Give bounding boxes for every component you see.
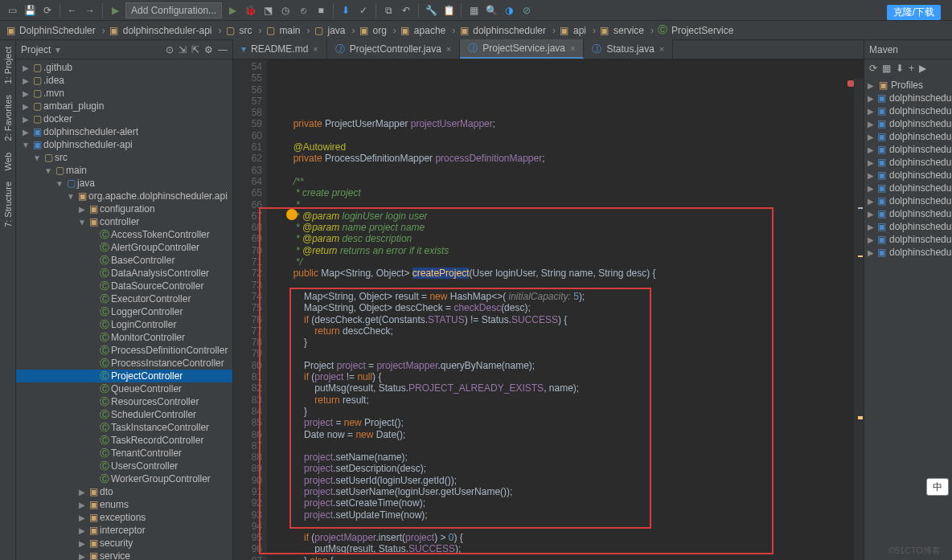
tree-node[interactable]: ⒸUsersController [16, 460, 232, 472]
editor-tab[interactable]: ▾README.md× [233, 39, 327, 59]
breadcrumb-item[interactable]: ▢main [265, 25, 310, 36]
code-line[interactable]: project.setUpdateTime(now); [272, 509, 864, 521]
maven-module[interactable]: ▶▣dolphinscheduler- [864, 220, 952, 233]
tree-node[interactable]: ▶▣security [16, 537, 232, 550]
upload-badge[interactable]: 克隆/下载 [887, 5, 941, 20]
select-opened-icon[interactable]: ⊙ [166, 44, 174, 55]
tree-node[interactable]: ⒸSchedulerController [16, 408, 232, 421]
project-structure-icon[interactable]: ▦ [466, 3, 481, 18]
tree-node[interactable]: ▶▢.idea [16, 74, 232, 87]
git-commit-icon[interactable]: ✓ [356, 3, 371, 18]
code-line[interactable]: project = new Project(); [272, 417, 864, 428]
project-tree[interactable]: ▶▢.github▶▢.idea▶▢.mvn▶▢ambari_plugin▶▢d… [16, 59, 232, 560]
maven-generate-icon[interactable]: ▦ [882, 63, 891, 74]
code-line[interactable] [272, 280, 864, 291]
code-line[interactable] [272, 521, 864, 532]
code-line[interactable] [272, 130, 864, 141]
maven-module[interactable]: ▶▣dolphinscheduler- [864, 246, 952, 259]
open-icon[interactable]: ▭ [5, 3, 19, 18]
tree-node[interactable]: ⒸDataSourceController [16, 280, 232, 292]
maven-module[interactable]: ▶▣dolphinscheduler- [864, 169, 952, 182]
tree-node[interactable]: ▼▢main [16, 164, 232, 177]
maven-download-icon[interactable]: ⬇ [896, 63, 904, 74]
tree-node[interactable]: ▶▣configuration [16, 202, 232, 215]
code-line[interactable]: Project project = projectMapper.queryByN… [272, 360, 864, 371]
code-line[interactable]: * [272, 199, 864, 211]
code-line[interactable]: public Map<String, Object> createProject… [272, 268, 864, 279]
tree-node[interactable]: ⒸResourcesController [16, 395, 232, 408]
history-icon[interactable]: ⧉ [381, 3, 396, 18]
tree-node[interactable]: ▼▢src [16, 151, 232, 164]
tool-tab[interactable]: 7: Structure [2, 177, 14, 232]
code-line[interactable]: * @param loginUser login user [272, 211, 864, 222]
tree-node[interactable]: ⒸTenantController [16, 447, 232, 460]
code-line[interactable]: * @param desc description [272, 233, 864, 244]
close-icon[interactable]: × [570, 43, 575, 53]
code-line[interactable]: } else { [272, 555, 864, 560]
tree-node[interactable]: ▶▢.github [16, 61, 232, 74]
tree-node[interactable]: ▶▣exceptions [16, 511, 232, 524]
tree-node[interactable]: ⒸExecutorController [16, 292, 232, 305]
breadcrumb-item[interactable]: ▣org [359, 25, 396, 36]
code-area[interactable]: private ProjectUserMapper projectUserMap… [267, 59, 864, 560]
search-icon[interactable]: 🔍 [484, 3, 499, 18]
editor-tab[interactable]: ⒿStatus.java× [584, 39, 673, 59]
code-line[interactable]: /** [272, 176, 864, 187]
code-line[interactable]: * @param name project name [272, 222, 864, 233]
code-line[interactable]: private ProcessDefinitionMapper processD… [272, 153, 864, 164]
tree-node[interactable]: ⒸTaskRecordController [16, 434, 232, 447]
code-line[interactable]: @Autowired [272, 141, 864, 153]
wrench-icon[interactable]: 🔧 [424, 3, 438, 18]
enso-icon[interactable]: ◑ [502, 3, 516, 18]
maven-module[interactable]: ▶▣dolphinscheduler- [864, 117, 952, 130]
tree-node[interactable]: ▶▣enums [16, 498, 232, 511]
tree-node[interactable]: ⒸWorkerGroupController [16, 472, 232, 485]
tree-node[interactable]: ⒸLoginController [16, 318, 232, 331]
error-stripe[interactable] [854, 79, 864, 560]
tree-node[interactable]: ▼▣controller [16, 215, 232, 228]
tool-tab[interactable]: 1: Project [2, 42, 14, 88]
revert-icon[interactable]: ↶ [399, 3, 413, 18]
run-icon[interactable]: ▶ [225, 3, 240, 18]
maven-module[interactable]: ▶▣dolphinscheduler- [864, 207, 952, 220]
tree-node[interactable]: ▼▣dolphinscheduler-api [16, 138, 232, 151]
coverage-icon[interactable]: ⬔ [261, 3, 275, 18]
tree-node[interactable]: ▶▣interceptor [16, 524, 232, 537]
tree-node[interactable]: ⒸProcessDefinitionController [16, 344, 232, 357]
code-line[interactable]: } [272, 337, 864, 348]
close-icon[interactable]: × [446, 44, 451, 54]
code-line[interactable]: project.setName(name); [272, 452, 864, 463]
tree-node[interactable]: ⒸTaskInstanceController [16, 421, 232, 434]
save-icon[interactable]: 💾 [23, 3, 37, 18]
tree-node[interactable]: ⒸDataAnalysisController [16, 267, 232, 280]
code-line[interactable]: if (project != null) { [272, 371, 864, 382]
maven-module[interactable]: ▶▣dolphinscheduler- [864, 143, 952, 156]
tree-node[interactable]: ▼▢java [16, 177, 232, 190]
code-line[interactable]: putMsg(result, Status.PROJECT_ALREADY_EX… [272, 382, 864, 394]
editor-tab[interactable]: ⒿProjectController.java× [327, 39, 461, 59]
breadcrumb-item[interactable]: ▣dolphinscheduler [458, 25, 556, 36]
emmet-icon[interactable]: 📋 [441, 3, 456, 18]
ime-indicator[interactable]: 中 [926, 478, 949, 496]
git-update-icon[interactable]: ⬇ [339, 3, 353, 18]
code-line[interactable]: if (descCheck.get(Constants.STATUS) != S… [272, 314, 864, 325]
code-line[interactable]: Date now = new Date(); [272, 429, 864, 440]
maven-module[interactable]: ▶▣dolphinscheduler- [864, 92, 952, 104]
tree-node[interactable]: ⒸLoggerController [16, 305, 232, 318]
tree-node[interactable]: ⒸAlertGroupController [16, 241, 232, 254]
code-line[interactable]: Map<String, Object> descCheck = checkDes… [272, 302, 864, 313]
hide-icon[interactable]: — [218, 44, 228, 55]
tree-node[interactable]: ⒸMonitorController [16, 331, 232, 344]
breadcrumb-item[interactable]: ⒸProjectService [657, 25, 740, 36]
tree-node[interactable]: ⒸBaseController [16, 254, 232, 267]
code-line[interactable]: private ProjectUserMapper projectUserMap… [272, 118, 864, 129]
code-line[interactable]: } [272, 406, 864, 417]
debug-icon[interactable]: 🐞 [243, 3, 257, 18]
gear-icon[interactable]: ⚙ [204, 44, 213, 55]
code-line[interactable] [272, 165, 864, 176]
close-icon[interactable]: × [659, 44, 664, 54]
code-line[interactable]: * create project [272, 187, 864, 198]
error-indicator-icon[interactable] [847, 80, 854, 87]
maven-module[interactable]: ▶▣dolphinscheduler- [864, 194, 952, 207]
maven-module[interactable]: ▶▣dolphinscheduler- [864, 104, 952, 117]
